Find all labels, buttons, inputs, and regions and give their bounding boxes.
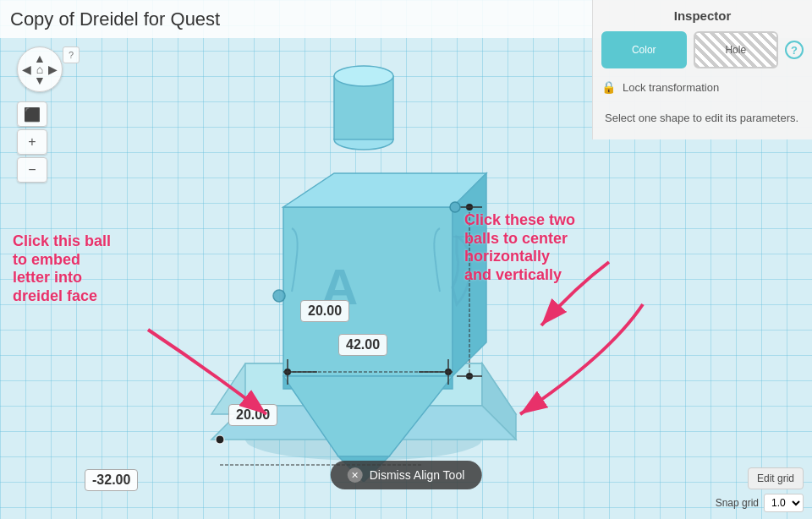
annotation-left: Click this ballto embedletter intodreide… xyxy=(13,232,111,305)
inspector-title: Inspector xyxy=(601,8,804,23)
select-info: Select one shape to edit its parameters. xyxy=(601,106,804,131)
dimension-42: 42.00 xyxy=(338,334,387,356)
dismiss-x-icon: ✕ xyxy=(348,467,363,483)
inspector-help-button[interactable]: ? xyxy=(785,41,804,59)
dimension-neg32: -32.00 xyxy=(85,469,138,491)
svg-point-28 xyxy=(216,435,224,444)
dimension-20-top: 20.00 xyxy=(300,300,349,322)
zoom-out-button[interactable]: − xyxy=(17,157,47,183)
snap-grid-select[interactable]: 1.0 0.5 2.0 xyxy=(764,494,804,512)
nav-up-arrow[interactable]: ▲ xyxy=(34,52,46,65)
tab-hole-label: Hole xyxy=(725,44,746,56)
snap-grid-row: Snap grid 1.0 0.5 2.0 xyxy=(716,494,804,512)
tab-color-label: Color xyxy=(632,44,656,56)
app-title: Copy of Dreidel for Quest xyxy=(10,8,220,30)
view-3d-button[interactable]: ⬛ xyxy=(17,101,47,127)
dimension-20-bottom: 20.00 xyxy=(228,404,277,426)
nav-help-button[interactable]: ? xyxy=(63,46,80,63)
tab-hole[interactable]: Hole xyxy=(694,31,779,68)
viewport: Copy of Dreidel for Quest ▲ ▼ ◀ ▶ ⌂ ? ⬛ … xyxy=(0,0,812,519)
inspector-panel: Inspector Color Hole ? 🔒 Lock transforma… xyxy=(592,0,812,139)
nav-controls: ▲ ▼ ◀ ▶ ⌂ ? xyxy=(17,46,63,92)
lock-label: Lock transformation xyxy=(623,81,719,94)
svg-point-30 xyxy=(273,290,285,302)
svg-point-12 xyxy=(334,66,393,86)
dismiss-align-tool-button[interactable]: ✕ Dismiss Align Tool xyxy=(331,461,482,489)
zoom-in-button[interactable]: + xyxy=(17,129,47,155)
nav-circle[interactable]: ▲ ▼ ◀ ▶ ⌂ xyxy=(17,46,63,92)
inspector-tabs: Color Hole ? xyxy=(601,31,804,68)
view-controls: ⬛ + − xyxy=(17,101,47,183)
edit-grid-button[interactable]: Edit grid xyxy=(748,467,804,489)
snap-grid-label: Snap grid xyxy=(716,497,759,509)
annotation-right: Click these twoballs to centerhorizontal… xyxy=(464,211,575,284)
nav-down-arrow[interactable]: ▼ xyxy=(34,74,46,87)
nav-right-arrow[interactable]: ▶ xyxy=(48,63,58,76)
dismiss-label: Dismiss Align Tool xyxy=(370,468,465,482)
lock-row: 🔒 Lock transformation xyxy=(601,77,804,97)
tab-color[interactable]: Color xyxy=(601,31,687,68)
lock-icon: 🔒 xyxy=(601,80,616,94)
nav-left-arrow[interactable]: ◀ xyxy=(22,63,31,76)
svg-point-31 xyxy=(450,202,460,212)
